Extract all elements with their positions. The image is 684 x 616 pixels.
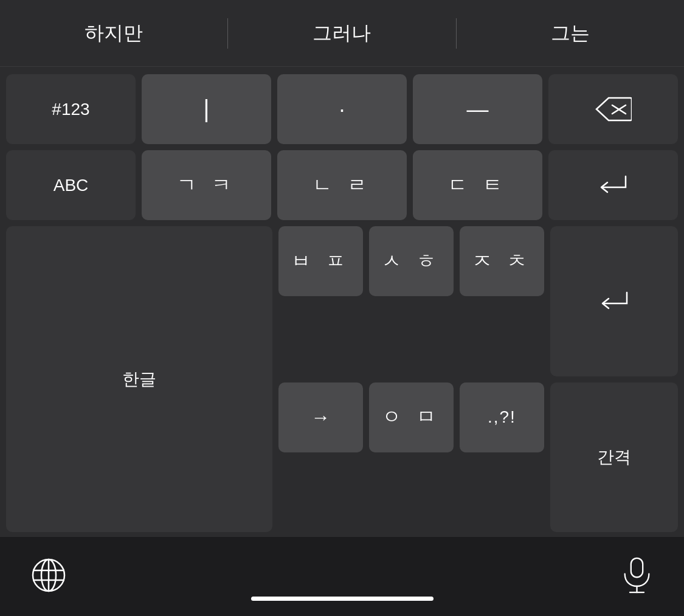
- dot-key[interactable]: ·: [277, 74, 407, 144]
- enter-key-right[interactable]: [550, 226, 678, 376]
- enter-icon-right: [598, 288, 631, 315]
- backspace-key[interactable]: [548, 74, 678, 144]
- suggestion-3[interactable]: 그는: [457, 0, 684, 66]
- mic-icon: [620, 557, 654, 594]
- jieut-key[interactable]: ㅈ ㅊ: [460, 226, 544, 296]
- key-rows-3-4: 한글 ㅂ ㅍ ㅅ ㅎ ㅈ ㅊ → ㅇ ㅁ .,?!: [6, 226, 678, 532]
- abc-key[interactable]: ABC: [6, 150, 136, 220]
- enter-key[interactable]: [548, 150, 678, 220]
- enter-icon: [596, 171, 630, 199]
- punct-key[interactable]: .,?!: [460, 382, 544, 452]
- space-key[interactable]: 간격: [550, 382, 678, 533]
- hangul-key[interactable]: 한글: [6, 226, 272, 532]
- giyeok-key[interactable]: ㄱ ㅋ: [142, 150, 271, 220]
- suggestion-2[interactable]: 그러나: [228, 0, 455, 66]
- right-keys: 간격: [550, 226, 678, 532]
- key-row-2: ABC ㄱ ㅋ ㄴ ㄹ ㄷ ㅌ: [6, 150, 678, 220]
- bieup-key[interactable]: ㅂ ㅍ: [278, 226, 363, 296]
- backspace-icon: [595, 95, 632, 123]
- globe-icon: [30, 557, 67, 594]
- dash-key[interactable]: —: [413, 74, 542, 144]
- keyboard-area: #123 | · — ABC ㄱ ㅋ ㄴ ㄹ ㄷ ㅌ 한글: [0, 67, 684, 537]
- suggestion-1[interactable]: 하지만: [0, 0, 227, 66]
- center-row3: ㅂ ㅍ ㅅ ㅎ ㅈ ㅊ: [278, 226, 545, 376]
- nieun-key[interactable]: ㄴ ㄹ: [277, 150, 407, 220]
- center-keys: ㅂ ㅍ ㅅ ㅎ ㅈ ㅊ → ㅇ ㅁ .,?!: [278, 226, 545, 532]
- suggestions-bar: 하지만 그러나 그는: [0, 0, 684, 67]
- globe-button[interactable]: [30, 557, 67, 596]
- pipe-key[interactable]: |: [142, 74, 271, 144]
- center-row4: → ㅇ ㅁ .,?!: [278, 382, 545, 533]
- number-key[interactable]: #123: [6, 74, 136, 144]
- bottom-bar: [0, 537, 684, 616]
- arrow-key[interactable]: →: [278, 382, 363, 452]
- home-indicator: [251, 597, 434, 601]
- mic-button[interactable]: [620, 557, 654, 596]
- home-indicator-wrapper: [251, 597, 434, 610]
- svg-rect-7: [631, 558, 643, 577]
- key-row-1: #123 | · —: [6, 74, 678, 144]
- siot-key[interactable]: ㅅ ㅎ: [369, 226, 454, 296]
- digeut-key[interactable]: ㄷ ㅌ: [413, 150, 542, 220]
- ieung-key[interactable]: ㅇ ㅁ: [369, 382, 454, 452]
